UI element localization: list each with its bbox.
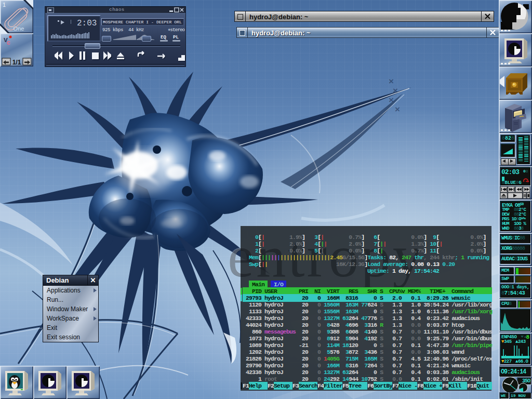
- svg-text:×: ×: [393, 86, 398, 96]
- svg-text:×: ×: [389, 76, 394, 86]
- svg-text:One: One: [14, 25, 24, 32]
- svg-text:×: ×: [395, 104, 400, 114]
- svg-text:×: ×: [389, 95, 394, 105]
- svg-text:1/1: 1/1: [12, 59, 21, 66]
- svg-text:c: c: [7, 39, 10, 46]
- svg-text:1: 1: [3, 2, 6, 8]
